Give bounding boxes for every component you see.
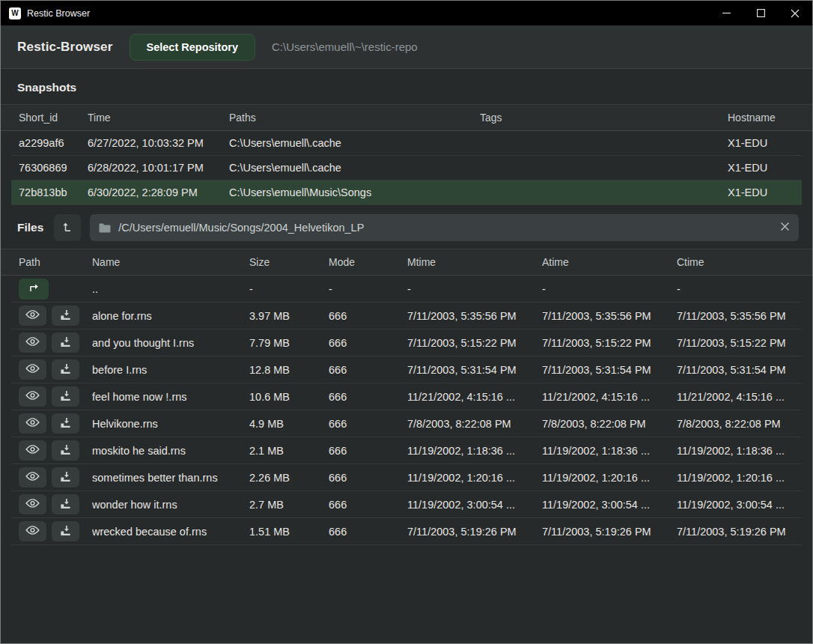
download-icon xyxy=(60,363,71,377)
download-file-button[interactable] xyxy=(52,440,79,461)
file-row[interactable]: alone for.rns 3.97 MB 666 7/11/2003, 5:3… xyxy=(11,303,802,329)
col-time: Time xyxy=(88,112,229,124)
window-title: Restic Browser xyxy=(27,8,90,19)
level-up-arrow-icon xyxy=(61,221,73,235)
file-row[interactable]: moskito he said.rns 2.1 MB 666 11/19/200… xyxy=(11,437,802,464)
download-file-button[interactable] xyxy=(52,332,79,353)
preview-file-button[interactable] xyxy=(19,440,46,461)
download-icon xyxy=(60,417,71,431)
file-row[interactable]: Helvikone.rns 4.9 MB 666 7/8/2003, 8:22:… xyxy=(11,410,802,437)
file-atime: 11/19/2002, 3:00:54 ... xyxy=(542,499,677,511)
close-button[interactable] xyxy=(778,1,812,25)
download-file-button[interactable] xyxy=(52,359,79,380)
close-icon xyxy=(791,9,800,18)
file-ctime: 11/21/2002, 4:15:16 ... xyxy=(677,391,794,403)
file-name: sometimes better than.rns xyxy=(92,472,249,484)
files-path-input[interactable]: /C/Users/emuell/Music/Songs/2004_Helveti… xyxy=(90,214,799,241)
maximize-icon xyxy=(757,9,765,17)
window-controls xyxy=(709,1,812,25)
repository-path: C:\Users\emuell\~\restic-repo xyxy=(272,40,418,53)
file-mtime: 7/11/2003, 5:15:22 PM xyxy=(407,337,542,349)
download-file-button[interactable] xyxy=(52,467,79,487)
file-name: wrecked because of.rns xyxy=(92,526,249,538)
file-row[interactable]: before I.rns 12.8 MB 666 7/11/2003, 5:31… xyxy=(11,356,802,383)
go-up-directory-button[interactable] xyxy=(19,279,49,300)
file-atime: 7/8/2003, 8:22:08 PM xyxy=(542,418,677,430)
file-name: alone for.rns xyxy=(92,310,249,322)
download-file-button[interactable] xyxy=(52,521,79,541)
files-table-header: Path Name Size Mode Mtime Atime Ctime xyxy=(1,249,812,276)
snapshot-time: 6/27/2022, 10:03:32 PM xyxy=(88,137,229,149)
file-mode: 666 xyxy=(329,391,407,403)
download-file-button[interactable] xyxy=(52,494,79,514)
col-hostname: Hostname xyxy=(728,112,794,124)
download-file-button[interactable] xyxy=(52,386,79,407)
clear-path-button[interactable] xyxy=(780,222,790,234)
preview-file-button[interactable] xyxy=(19,359,46,380)
minimize-button[interactable] xyxy=(709,1,743,25)
file-size: 10.6 MB xyxy=(249,391,329,403)
download-file-button[interactable] xyxy=(52,306,79,326)
snapshots-table-body: a2299af6 6/27/2022, 10:03:32 PM C:\Users… xyxy=(1,131,812,205)
snapshot-hostname: X1-EDU xyxy=(728,186,794,198)
files-path-value: /C/Users/emuell/Music/Songs/2004_Helveti… xyxy=(118,222,773,234)
file-mtime: 11/19/2002, 3:00:54 ... xyxy=(407,499,542,511)
file-ctime: 7/11/2003, 5:19:26 PM xyxy=(677,526,794,538)
snapshot-row[interactable]: a2299af6 6/27/2022, 10:03:32 PM C:\Users… xyxy=(11,131,802,156)
app-window: W Restic Browser Restic-Browser Select xyxy=(0,0,813,644)
file-name: wonder how it.rns xyxy=(92,499,249,511)
file-atime: 7/11/2003, 5:15:22 PM xyxy=(542,337,677,349)
file-mode: 666 xyxy=(329,499,407,511)
snapshot-row[interactable]: 72b813bb 6/30/2022, 2:28:09 PM C:\Users\… xyxy=(11,180,802,205)
file-atime: 7/11/2003, 5:35:56 PM xyxy=(542,310,677,322)
eye-icon xyxy=(25,336,40,349)
download-file-button[interactable] xyxy=(52,413,79,434)
preview-file-button[interactable] xyxy=(19,494,46,514)
file-mode: - xyxy=(329,283,407,295)
snapshot-paths: C:\Users\emuell\.cache xyxy=(229,137,480,149)
app-logo-icon: W xyxy=(9,7,21,19)
eye-icon xyxy=(25,525,40,538)
snapshot-short-id: 72b813bb xyxy=(19,186,88,198)
eye-icon xyxy=(25,363,40,376)
file-ctime: 7/11/2003, 5:31:54 PM xyxy=(677,364,794,376)
preview-file-button[interactable] xyxy=(19,413,46,434)
snapshot-time: 6/30/2022, 2:28:09 PM xyxy=(88,186,229,198)
app-header: Restic-Browser Select Repository C:\User… xyxy=(1,25,812,69)
eye-icon xyxy=(25,309,40,322)
download-icon xyxy=(60,471,71,484)
snapshot-time: 6/28/2022, 10:01:17 PM xyxy=(88,162,229,174)
preview-file-button[interactable] xyxy=(19,386,46,407)
file-ctime: - xyxy=(677,283,794,295)
file-mode: 666 xyxy=(329,364,407,376)
file-row[interactable]: sometimes better than.rns 2.26 MB 666 11… xyxy=(11,464,802,491)
preview-file-button[interactable] xyxy=(19,467,46,487)
col-paths: Paths xyxy=(229,112,480,124)
download-icon xyxy=(60,444,71,458)
file-row[interactable]: and you thought I.rns 7.79 MB 666 7/11/2… xyxy=(11,329,802,356)
preview-file-button[interactable] xyxy=(19,306,46,326)
file-row[interactable]: wonder how it.rns 2.7 MB 666 11/19/2002,… xyxy=(11,491,802,518)
files-toolbar: Files /C/Users/emuell/Music/Songs/2004_H… xyxy=(1,205,812,249)
parent-directory-row[interactable]: .. - - - - - xyxy=(11,276,802,303)
file-row[interactable]: wrecked because of.rns 1.51 MB 666 7/11/… xyxy=(11,518,802,545)
download-icon xyxy=(60,309,71,323)
minimize-icon xyxy=(722,9,731,17)
file-mtime: 11/21/2002, 4:15:16 ... xyxy=(407,391,542,403)
snapshot-short-id: a2299af6 xyxy=(19,137,88,149)
file-atime: 11/19/2002, 1:18:36 ... xyxy=(542,445,677,457)
file-row[interactable]: feel home now !.rns 10.6 MB 666 11/21/20… xyxy=(11,383,802,410)
file-size: 7.79 MB xyxy=(249,337,329,349)
snapshots-table-header: Short_id Time Paths Tags Hostname xyxy=(1,104,812,131)
folder-icon xyxy=(99,223,111,233)
preview-file-button[interactable] xyxy=(19,332,46,353)
select-repository-button[interactable]: Select Repository xyxy=(130,34,256,61)
file-mode: 666 xyxy=(329,310,407,322)
snapshot-row[interactable]: 76306869 6/28/2022, 10:01:17 PM C:\Users… xyxy=(11,156,802,180)
preview-file-button[interactable] xyxy=(19,521,46,541)
level-up-button[interactable] xyxy=(54,214,81,241)
eye-icon xyxy=(25,471,40,484)
maximize-button[interactable] xyxy=(743,1,778,25)
col-atime: Atime xyxy=(542,256,677,268)
file-name: .. xyxy=(92,283,249,295)
